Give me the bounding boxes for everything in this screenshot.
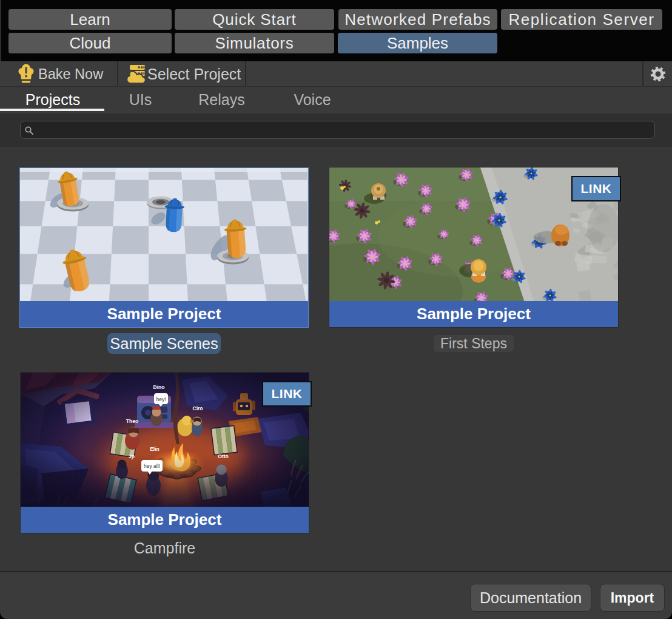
svg-text:Ciro: Ciro — [193, 405, 203, 411]
svg-text:Otto: Otto — [218, 453, 228, 459]
svg-text:Elin: Elin — [150, 446, 160, 452]
svg-text:hey all!: hey all! — [144, 463, 160, 469]
svg-text:Dino: Dino — [153, 384, 165, 390]
svg-text:Theo: Theo — [126, 418, 138, 424]
svg-text:hey!: hey! — [156, 396, 166, 402]
svg-text:Jp: Jp — [129, 453, 135, 459]
